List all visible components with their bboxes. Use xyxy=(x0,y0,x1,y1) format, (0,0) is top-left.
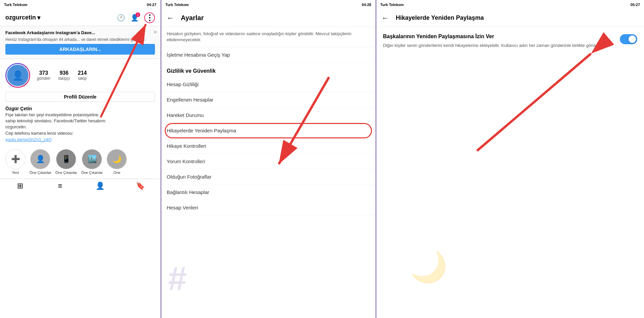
add-contact-icon[interactable]: 👤1 xyxy=(130,14,139,22)
bio-link[interactable]: youtu.be/qxGhZo1_z4Q xyxy=(5,137,52,142)
panel-2: Turk Telekom 04:28 ← Ayarlar Hesabın giz… xyxy=(161,0,376,318)
history-icon[interactable]: 🕐 xyxy=(117,14,125,22)
settings-item-activity[interactable]: Hareket Durumu xyxy=(161,108,375,123)
fb-invite-banner: × Facebook Arkadaşlarını Instagram'a Dav… xyxy=(0,26,160,59)
highlight-3-circle: 🏙️ xyxy=(82,149,102,169)
panel3-header: ← Hikayelerde Yeniden Paylaşma xyxy=(376,9,644,27)
settings-item-story-controls[interactable]: Hikaye Kontrolleri xyxy=(161,138,375,154)
time-3: 05:27 xyxy=(631,3,640,7)
following-label: takip xyxy=(78,76,87,81)
settings-item-business[interactable]: İşletme Hesabına Geçiş Yap xyxy=(161,47,375,63)
settings-item-9-label: Bağlantılı Hesaplar xyxy=(167,189,209,195)
notif-badge: 1 xyxy=(136,12,140,17)
highlight-1[interactable]: 👤 Öne Çıkanlar xyxy=(30,149,51,175)
carrier-1: Turk Telekom xyxy=(4,3,28,7)
highlight-4-label: One xyxy=(113,171,120,175)
reshare-sub-text: Diğer kişiler senin gönderilerini kendi … xyxy=(383,42,613,49)
bottom-tabs: ⊞ ≡ 👤 🔖 xyxy=(0,179,160,193)
fb-invite-button[interactable]: ARKADAŞLARIN... xyxy=(5,44,155,55)
tab-bookmark[interactable]: 🔖 xyxy=(120,182,161,190)
dropdown-icon: ▾ xyxy=(37,14,40,21)
highlight-1-label: Öne Çıkanlar xyxy=(30,171,51,175)
highlight-new-circle: ➕ xyxy=(5,149,25,169)
ig-header: ozgurcetin ▾ 🕐 👤1 ⋮ xyxy=(0,9,160,26)
highlight-2-label: Öne Çıkanlar xyxy=(55,171,77,175)
panel3-title: Hikayelerde Yeniden Paylaşma xyxy=(396,14,484,21)
settings-item-linked-accounts[interactable]: Bağlantılı Hesaplar xyxy=(161,185,375,200)
settings-item-account-data[interactable]: Hesap Verileri xyxy=(161,200,375,215)
deco-moon: 🌙 xyxy=(410,249,447,284)
avatar: 👤 xyxy=(5,63,30,88)
settings-title: Ayarlar xyxy=(181,14,204,22)
settings-item-tagged-photos[interactable]: Olduğun Fotoğraflar xyxy=(161,169,375,185)
posts-count: 373 xyxy=(39,70,48,76)
highlight-2[interactable]: 📱 Öne Çıkanlar xyxy=(55,149,77,175)
edit-profile-button[interactable]: Profili Düzenle xyxy=(5,92,155,102)
time-2: 04:28 xyxy=(362,3,371,7)
bio-text-2: sahip teknoloji sevdalısı. Facebook/Twit… xyxy=(5,118,155,124)
settings-item-blocked[interactable]: Engellenen Hesaplar xyxy=(161,92,375,108)
tab-profile[interactable]: 👤 xyxy=(80,182,120,190)
highlight-3-label: Öne Çıkanlar xyxy=(81,171,103,175)
ig-username[interactable]: ozgurcetin ▾ xyxy=(5,14,40,21)
settings-item-2-label: Hesap Gizliliği xyxy=(167,81,199,87)
followers-count: 936 xyxy=(60,70,69,76)
close-icon[interactable]: × xyxy=(153,29,157,36)
settings-item-10-label: Hesap Verileri xyxy=(167,205,198,210)
highlight-2-circle: 📱 xyxy=(56,149,76,169)
tab-list[interactable]: ≡ xyxy=(40,182,80,190)
highlights-row: ➕ Yeni 👤 Öne Çıkanlar 📱 Öne Çıkanlar 🏙️ … xyxy=(0,145,160,179)
settings-item-8-label: Olduğun Fotoğraflar xyxy=(167,174,211,180)
status-bar-1: Turk Telekom 04:27 xyxy=(0,0,160,9)
settings-item-privacy[interactable]: Hesap Gizliliği xyxy=(161,77,375,92)
following-stat[interactable]: 214 takip xyxy=(78,70,87,81)
status-bar-3: Turk Telekom 05:27 xyxy=(376,0,644,9)
settings-item-reshare[interactable]: Hikayelerde Yeniden Paylaşma xyxy=(161,123,375,138)
section-privacy-label: Gizlilik ve Güvenlik xyxy=(167,68,216,74)
panel-3: Turk Telekom 05:27 ← Hikayelerde Yeniden… xyxy=(376,0,644,318)
settings-top-description: Hesabın gizliyken, fotoğraf ve videoları… xyxy=(161,27,375,47)
settings-item-6-label: Hikaye Kontrolleri xyxy=(167,143,206,149)
settings-back-icon[interactable]: ← xyxy=(167,14,174,22)
settings-item-7-label: Yorum Kontrolleri xyxy=(167,158,205,164)
highlight-1-circle: 👤 xyxy=(30,149,50,169)
avatar-image: 👤 xyxy=(6,64,29,87)
followers-stat[interactable]: 936 takipçi xyxy=(58,70,70,81)
toggle-wrapper xyxy=(620,34,637,44)
panel3-back-icon[interactable]: ← xyxy=(382,14,389,22)
status-bar-2: Turk Telekom 04:28 xyxy=(161,0,375,9)
highlight-new[interactable]: ➕ Yeni xyxy=(5,149,25,175)
reshare-setting-row: Başkalarının Yeniden Paylaşmasına İzin V… xyxy=(383,34,637,49)
settings-item-comment-controls[interactable]: Yorum Kontrolleri xyxy=(161,154,375,169)
tab-grid[interactable]: ⊞ xyxy=(0,182,40,190)
posts-stat: 373 gönderi xyxy=(37,70,50,81)
reshare-main-label: Başkalarının Yeniden Paylaşmasına İzin V… xyxy=(383,34,613,40)
fb-invite-subtitle: Henüz Instagram'da olmayan 44 arkada... … xyxy=(5,37,155,42)
bio-text-3: ozgurcetin. xyxy=(5,124,155,130)
toggle-knob xyxy=(629,36,636,43)
settings-item-3-label: Engellenen Hesaplar xyxy=(167,97,213,103)
bio-name: Özgür Çetin xyxy=(5,106,155,111)
more-options-icon[interactable]: ⋮ xyxy=(144,12,155,23)
stats-row: 373 gönderi 936 takipçi 214 takip xyxy=(37,70,87,81)
highlight-4-circle: 🌙 xyxy=(107,149,127,169)
bio-text-1: Fişe takılan her şeyi inceleyebilme pota… xyxy=(5,112,155,118)
reshare-toggle[interactable] xyxy=(620,34,637,44)
bio-text-4: Cep telefonu kamera lensi videosu: xyxy=(5,130,155,136)
settings-item-5-label: Hikayelerde Yeniden Paylaşma xyxy=(167,128,236,133)
ig-header-icons: 🕐 👤1 ⋮ xyxy=(117,12,155,23)
profile-section: 👤 373 gönderi 936 takipçi 214 takip xyxy=(0,59,160,92)
settings-header: ← Ayarlar xyxy=(161,9,375,27)
highlight-4[interactable]: 🌙 One xyxy=(107,149,127,175)
username-text: ozgurcetin xyxy=(5,14,36,21)
settings-item-4-label: Hareket Durumu xyxy=(167,112,204,118)
highlight-new-label: Yeni xyxy=(12,171,19,175)
carrier-3: Turk Telekom xyxy=(380,3,404,7)
carrier-2: Turk Telekom xyxy=(165,3,189,7)
bio-section: Özgür Çetin Fişe takılan her şeyi incele… xyxy=(0,105,160,145)
settings-item-0-label: İşletme Hesabına Geçiş Yap xyxy=(167,52,230,58)
settings-section-privacy: Gizlilik ve Güvenlik xyxy=(161,63,375,77)
reshare-text-block: Başkalarının Yeniden Paylaşmasına İzin V… xyxy=(383,34,613,49)
panel-1: Turk Telekom 04:27 ozgurcetin ▾ 🕐 👤1 ⋮ ×… xyxy=(0,0,161,318)
highlight-3[interactable]: 🏙️ Öne Çıkanlar xyxy=(81,149,103,175)
